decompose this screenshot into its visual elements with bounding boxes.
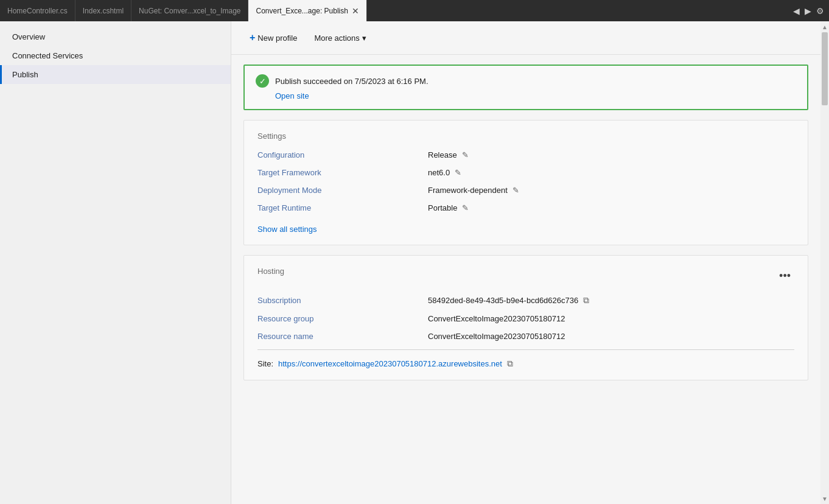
sidebar-item-label: Publish bbox=[12, 70, 38, 79]
settings-section: Settings Configuration Release ✎ Target … bbox=[243, 120, 808, 245]
publish-success-message: Publish succeeded on 7/5/2023 at 6:16 PM… bbox=[275, 77, 428, 86]
main-layout: Overview Connected Services Publish + Ne… bbox=[0, 21, 829, 504]
more-actions-button[interactable]: More actions ▾ bbox=[308, 31, 372, 45]
tab-label: HomeController.cs bbox=[7, 7, 68, 15]
hosting-label-resource-group: Resource group bbox=[257, 314, 428, 323]
setting-label-configuration: Configuration bbox=[257, 150, 428, 159]
setting-row-deployment-mode: Deployment Mode Framework-dependent ✎ bbox=[257, 186, 794, 195]
content-area: + New profile More actions ▾ ✓ Publish s… bbox=[231, 21, 820, 504]
tab-spacer bbox=[367, 0, 788, 21]
setting-value-deployment-mode: Framework-dependent ✎ bbox=[428, 186, 519, 195]
copy-site-icon[interactable]: ⧉ bbox=[507, 359, 513, 369]
setting-row-configuration: Configuration Release ✎ bbox=[257, 150, 794, 159]
scroll-thumb[interactable] bbox=[822, 32, 828, 105]
resource-group-value-text: ConvertExceltoImage20230705180712 bbox=[428, 314, 565, 323]
scroll-up-arrow[interactable]: ▲ bbox=[820, 21, 829, 32]
setting-value-target-framework: net6.0 ✎ bbox=[428, 168, 461, 177]
success-icon: ✓ bbox=[256, 74, 269, 88]
scroll-track bbox=[820, 32, 829, 493]
tab-bar: HomeController.cs Index.cshtml NuGet: Co… bbox=[0, 0, 829, 21]
subscription-value-text: 58492ded-8e49-43d5-b9e4-bcd6d626c736 bbox=[428, 296, 578, 305]
setting-value-target-runtime: Portable ✎ bbox=[428, 203, 469, 212]
hosting-value-subscription: 58492ded-8e49-43d5-b9e4-bcd6d626c736 ⧉ bbox=[428, 295, 589, 306]
new-profile-label: New profile bbox=[257, 33, 297, 43]
edit-target-framework-icon[interactable]: ✎ bbox=[455, 168, 461, 177]
more-actions-label: More actions bbox=[314, 33, 359, 43]
hosting-row-resource-name: Resource name ConvertExceltoImage2023070… bbox=[257, 332, 794, 341]
dropdown-icon: ▾ bbox=[362, 33, 366, 43]
tab-homecontroller[interactable]: HomeController.cs bbox=[0, 0, 75, 21]
hosting-section: Hosting ••• Subscription 58492ded-8e49-4… bbox=[243, 255, 808, 380]
show-all-settings-link[interactable]: Show all settings bbox=[257, 225, 317, 234]
setting-value-configuration: Release ✎ bbox=[428, 150, 469, 159]
copy-subscription-icon[interactable]: ⧉ bbox=[583, 295, 589, 306]
scroll-right-icon[interactable]: ▶ bbox=[805, 6, 811, 16]
setting-label-target-framework: Target Framework bbox=[257, 168, 428, 177]
setting-row-target-runtime: Target Runtime Portable ✎ bbox=[257, 203, 794, 212]
tab-nuget[interactable]: NuGet: Conver...xcel_to_Image bbox=[131, 0, 248, 21]
sidebar-item-connected-services[interactable]: Connected Services bbox=[0, 46, 231, 65]
publish-success-box: ✓ Publish succeeded on 7/5/2023 at 6:16 … bbox=[243, 65, 808, 110]
scroll-left-icon[interactable]: ◀ bbox=[793, 6, 800, 16]
tab-index[interactable]: Index.cshtml bbox=[75, 0, 131, 21]
gear-icon[interactable]: ⚙ bbox=[816, 6, 824, 16]
hosting-divider bbox=[257, 349, 794, 350]
setting-label-target-runtime: Target Runtime bbox=[257, 203, 428, 212]
close-icon[interactable]: ✕ bbox=[352, 7, 359, 15]
sidebar-item-label: Overview bbox=[12, 32, 45, 41]
sidebar-item-publish[interactable]: Publish bbox=[0, 65, 231, 84]
plus-icon: + bbox=[250, 32, 255, 43]
hosting-value-resource-group: ConvertExceltoImage20230705180712 bbox=[428, 314, 565, 323]
hosting-title: Hosting bbox=[257, 267, 284, 276]
success-header: ✓ Publish succeeded on 7/5/2023 at 6:16 … bbox=[256, 74, 796, 88]
hosting-label-resource-name: Resource name bbox=[257, 332, 428, 341]
hosting-label-subscription: Subscription bbox=[257, 296, 428, 305]
sidebar: Overview Connected Services Publish bbox=[0, 21, 231, 504]
tab-publish[interactable]: Convert_Exce...age: Publish ✕ bbox=[248, 0, 366, 21]
tab-label: Convert_Exce...age: Publish bbox=[256, 7, 348, 15]
resource-name-value-text: ConvertExceltoImage20230705180712 bbox=[428, 332, 565, 341]
sidebar-item-label: Connected Services bbox=[12, 51, 83, 60]
sidebar-item-overview[interactable]: Overview bbox=[0, 27, 231, 46]
hosting-row-subscription: Subscription 58492ded-8e49-43d5-b9e4-bcd… bbox=[257, 295, 794, 306]
edit-deployment-mode-icon[interactable]: ✎ bbox=[512, 186, 519, 195]
site-url-link[interactable]: https://convertexceltoimage2023070518071… bbox=[278, 359, 502, 368]
configuration-value-text: Release bbox=[428, 150, 457, 159]
hosting-section-header: Hosting ••• bbox=[257, 267, 794, 285]
deployment-mode-value-text: Framework-dependent bbox=[428, 186, 508, 195]
publish-toolbar: + New profile More actions ▾ bbox=[231, 21, 820, 55]
target-framework-value-text: net6.0 bbox=[428, 168, 450, 177]
hosting-row-resource-group: Resource group ConvertExceltoImage202307… bbox=[257, 314, 794, 323]
new-profile-button[interactable]: + New profile bbox=[243, 30, 303, 46]
tab-actions: ◀ ▶ ⚙ bbox=[788, 0, 829, 21]
open-site-link[interactable]: Open site bbox=[275, 91, 309, 100]
tab-label: NuGet: Conver...xcel_to_Image bbox=[139, 7, 240, 15]
scroll-down-arrow[interactable]: ▼ bbox=[820, 493, 829, 504]
hosting-more-menu-button[interactable]: ••• bbox=[775, 268, 794, 284]
hosting-value-resource-name: ConvertExceltoImage20230705180712 bbox=[428, 332, 565, 341]
edit-configuration-icon[interactable]: ✎ bbox=[462, 150, 469, 159]
site-row: Site: https://convertexceltoimage2023070… bbox=[257, 359, 794, 369]
setting-row-target-framework: Target Framework net6.0 ✎ bbox=[257, 168, 794, 177]
settings-title: Settings bbox=[257, 131, 794, 141]
site-label: Site: bbox=[257, 359, 273, 368]
target-runtime-value-text: Portable bbox=[428, 203, 457, 212]
edit-target-runtime-icon[interactable]: ✎ bbox=[462, 203, 469, 212]
tab-label: Index.cshtml bbox=[83, 7, 124, 15]
setting-label-deployment-mode: Deployment Mode bbox=[257, 186, 428, 195]
scrollbar: ▲ ▼ bbox=[820, 21, 829, 504]
